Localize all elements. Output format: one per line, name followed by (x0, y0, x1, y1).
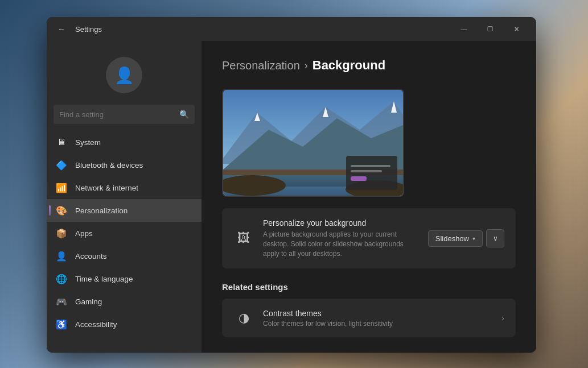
sidebar-label-system: System (75, 138, 101, 147)
sidebar-item-personalization[interactable]: 🎨 Personalization (47, 199, 202, 222)
window-controls: — ❐ ✕ (451, 20, 529, 38)
window-title: Settings (75, 25, 102, 34)
user-avatar-section: 👤 (47, 48, 202, 105)
card-control: Slideshow ▾ ∨ (428, 229, 504, 247)
close-button[interactable]: ✕ (503, 20, 529, 38)
sidebar-item-network[interactable]: 📶 Network & internet (47, 176, 202, 199)
card-title: Personalize your background (263, 218, 419, 228)
desktop-preview (222, 89, 404, 197)
contrast-themes-card[interactable]: ◑ Contrast themes Color themes for low v… (222, 299, 516, 337)
time-icon: 🌐 (56, 273, 67, 284)
network-icon: 📶 (56, 182, 67, 193)
card-description: A picture background applies to your cur… (263, 230, 419, 258)
sidebar-label-bluetooth: Bluetooth & devices (75, 161, 143, 169)
breadcrumb-parent: Personalization (222, 59, 300, 72)
minimize-button[interactable]: — (451, 20, 477, 38)
back-button[interactable]: ← (54, 21, 69, 37)
related-text: Contrast themes Color themes for low vis… (263, 309, 492, 328)
main-content: 👤 🔍 🖥 System 🔷 Bluetooth & devices 📶 Net… (47, 41, 536, 353)
sidebar-label-network: Network & internet (75, 184, 138, 192)
personalize-background-card: 🖼 Personalize your background A picture … (222, 208, 516, 268)
taskbar-accent (351, 176, 367, 181)
sidebar: 👤 🔍 🖥 System 🔷 Bluetooth & devices 📶 Net… (47, 41, 202, 353)
search-box[interactable]: 🔍 (54, 105, 195, 124)
apps-icon: 📦 (56, 228, 67, 239)
sidebar-item-time[interactable]: 🌐 Time & language (47, 267, 202, 290)
title-bar: ← Settings — ❐ ✕ (47, 17, 536, 41)
personalization-icon: 🎨 (56, 205, 67, 216)
taskbar-line-1 (351, 165, 390, 167)
preview-container (222, 89, 410, 197)
avatar-icon: 👤 (114, 66, 134, 85)
right-panel: Personalization › Background (202, 41, 536, 353)
sidebar-item-accounts[interactable]: 👤 Accounts (47, 245, 202, 267)
contrast-title: Contrast themes (263, 309, 492, 318)
chevron-right-icon: › (501, 313, 504, 322)
sidebar-label-apps: Apps (75, 229, 93, 238)
settings-window: ← Settings — ❐ ✕ 👤 🔍 🖥 (47, 17, 536, 353)
breadcrumb-current: Background (312, 58, 385, 73)
card-text: Personalize your background A picture ba… (263, 218, 419, 258)
search-icon: 🔍 (179, 110, 189, 119)
background-type-dropdown[interactable]: Slideshow ▾ (428, 230, 483, 247)
maximize-button[interactable]: ❐ (477, 20, 503, 38)
title-bar-left: ← Settings (54, 21, 102, 37)
sidebar-label-accounts: Accounts (75, 252, 107, 261)
sidebar-label-time: Time & language (75, 275, 133, 283)
sidebar-label-personalization: Personalization (75, 206, 128, 215)
sidebar-item-gaming[interactable]: 🎮 Gaming (47, 290, 202, 313)
expand-button[interactable]: ∨ (486, 229, 504, 247)
sidebar-item-accessibility[interactable]: ♿ Accessibility (47, 313, 202, 336)
expand-chevron-icon: ∨ (493, 234, 498, 242)
sidebar-item-apps[interactable]: 📦 Apps (47, 222, 202, 245)
sidebar-label-accessibility: Accessibility (75, 320, 117, 329)
gaming-icon: 🎮 (56, 296, 67, 307)
personalize-card-icon: 🖼 (233, 228, 254, 249)
dropdown-chevron-icon: ▾ (472, 235, 475, 242)
page-header: Personalization › Background (222, 58, 516, 73)
contrast-icon: ◑ (233, 308, 254, 328)
sidebar-item-system[interactable]: 🖥 System (47, 131, 202, 154)
bluetooth-icon: 🔷 (56, 159, 67, 171)
contrast-description: Color themes for low vision, light sensi… (263, 320, 492, 328)
search-input[interactable] (59, 110, 179, 119)
sidebar-item-bluetooth[interactable]: 🔷 Bluetooth & devices (47, 154, 202, 176)
dropdown-label: Slideshow (435, 234, 469, 243)
preview-taskbar-overlay (346, 156, 397, 190)
accounts-icon: 👤 (56, 250, 67, 262)
sidebar-label-gaming: Gaming (75, 297, 102, 306)
accessibility-icon: ♿ (56, 319, 67, 330)
avatar: 👤 (106, 57, 142, 93)
related-settings-title: Related settings (222, 282, 516, 292)
breadcrumb-separator: › (305, 60, 308, 72)
taskbar-line-2 (351, 170, 382, 172)
system-icon: 🖥 (56, 137, 67, 148)
image-icon: 🖼 (237, 231, 250, 246)
